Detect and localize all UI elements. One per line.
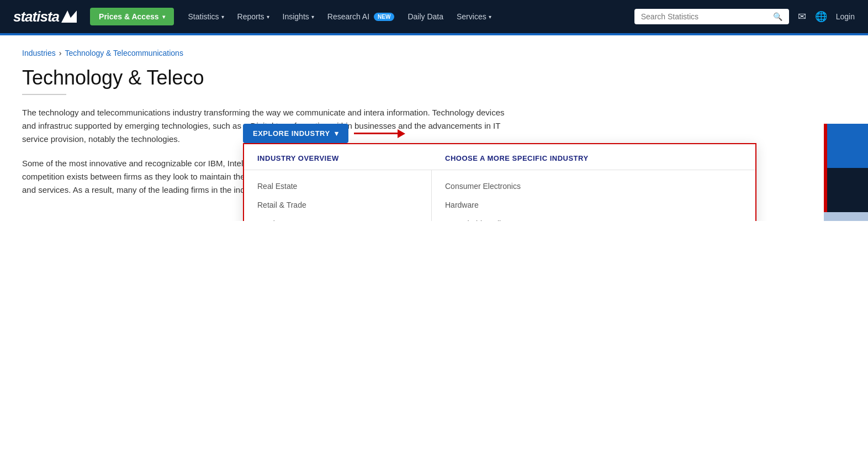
nav-services[interactable]: Services ▾ (451, 9, 497, 24)
insights-caret-icon: ▾ (311, 14, 314, 20)
list-item-real-estate[interactable]: Real Estate (244, 177, 431, 196)
statistics-caret-icon: ▾ (221, 14, 224, 20)
nav-reports[interactable]: Reports ▾ (232, 9, 275, 24)
page-title: Technology & Teleco (22, 66, 846, 89)
reports-caret-icon: ▾ (267, 14, 269, 20)
sidebar-bar-dark (824, 168, 868, 212)
main-content: Industries › Technology & Telecommunicat… (0, 35, 868, 221)
globe-icon[interactable]: 🌐 (815, 10, 827, 23)
search-icon: 🔍 (773, 12, 782, 21)
login-button[interactable]: Login (836, 12, 855, 21)
logo[interactable]: statista (13, 8, 77, 25)
nav-research-ai[interactable]: Research AI NEW (322, 9, 400, 24)
list-item-services[interactable]: Services (244, 214, 431, 221)
nav-insights[interactable]: Insights ▾ (277, 9, 320, 24)
explore-industry-button[interactable]: EXPLORE INDUSTRY ▾ (243, 124, 348, 143)
nav-daily-data[interactable]: Daily Data (402, 9, 449, 24)
list-item-retail-trade[interactable]: Retail & Trade (244, 196, 431, 214)
prices-access-button[interactable]: Prices & Access ▾ (90, 8, 173, 25)
explore-dropdown-wrapper: EXPLORE INDUSTRY ▾ INDUSTRY OVERVIEW CHO… (243, 124, 756, 221)
new-badge: NEW (374, 13, 394, 21)
services-caret-icon: ▾ (489, 14, 491, 20)
sidebar-bar-blue (824, 124, 868, 168)
logo-text: statista (13, 8, 59, 25)
breadcrumb-industries[interactable]: Industries (22, 49, 56, 57)
logo-icon (61, 10, 77, 23)
breadcrumb: Industries › Technology & Telecommunicat… (22, 49, 846, 57)
dropdown-header: INDUSTRY OVERVIEW CHOOSE A MORE SPECIFIC… (244, 144, 755, 170)
red-arrow (354, 129, 405, 138)
navbar: statista Prices & Access ▾ Statistics ▾ … (0, 0, 868, 33)
dropdown-body: Real Estate Retail & Trade Services Soci… (244, 170, 755, 221)
list-item-household-appliances[interactable]: Household Appliances (432, 214, 755, 221)
nav-statistics[interactable]: Statistics ▾ (183, 9, 230, 24)
dropdown-col-left-header: INDUSTRY OVERVIEW (257, 153, 445, 163)
search-box[interactable]: 🔍 (634, 9, 789, 24)
list-item-consumer-electronics[interactable]: Consumer Electronics (432, 177, 755, 196)
sidebar-bars (824, 124, 868, 221)
industry-overview-title: INDUSTRY OVERVIEW (257, 154, 339, 162)
list-item-hardware[interactable]: Hardware (432, 196, 755, 214)
industry-list-left: Real Estate Retail & Trade Services Soci… (244, 170, 432, 221)
breadcrumb-separator: › (59, 49, 62, 57)
explore-dropdown-panel: INDUSTRY OVERVIEW CHOOSE A MORE SPECIFIC… (243, 143, 756, 221)
search-input[interactable] (641, 12, 773, 21)
dropdown-col-right-header: CHOOSE A MORE SPECIFIC INDUSTRY (445, 153, 742, 163)
sidebar-bar-light (824, 212, 868, 221)
main-nav: Statistics ▾ Reports ▾ Insights ▾ Resear… (183, 9, 634, 24)
explore-caret-icon: ▾ (335, 129, 339, 138)
specific-industry-title: CHOOSE A MORE SPECIFIC INDUSTRY (445, 154, 589, 162)
industry-list-right: Consumer Electronics Hardware Household … (432, 170, 755, 221)
title-underline (22, 94, 66, 95)
mail-icon[interactable]: ✉ (798, 10, 806, 23)
navbar-right: 🔍 ✉ 🌐 Login (634, 9, 855, 24)
prices-caret-icon: ▾ (162, 14, 165, 20)
breadcrumb-current[interactable]: Technology & Telecommunications (65, 49, 183, 57)
